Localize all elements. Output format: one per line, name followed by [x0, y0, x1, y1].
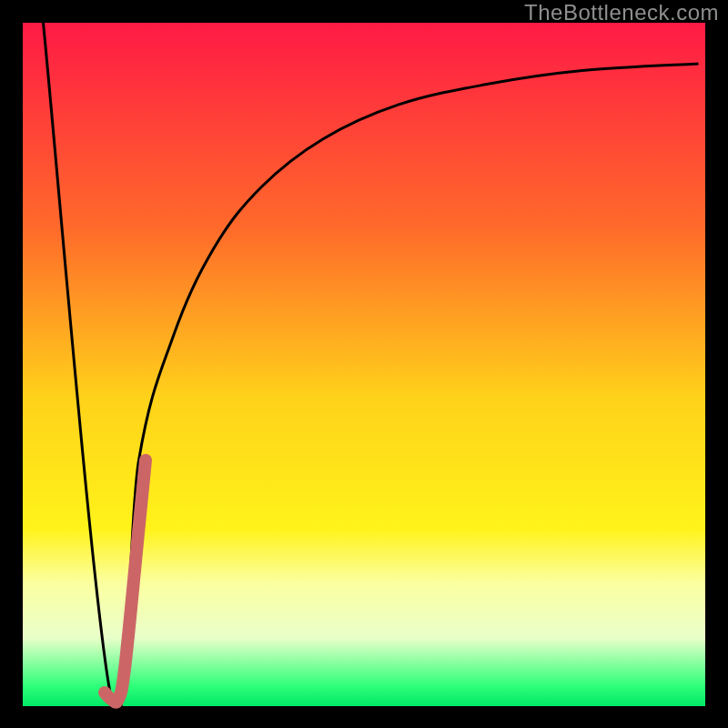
- chart-svg: [0, 0, 728, 728]
- chart-frame: TheBottleneck.com: [0, 0, 728, 728]
- watermark-text: TheBottleneck.com: [524, 0, 719, 25]
